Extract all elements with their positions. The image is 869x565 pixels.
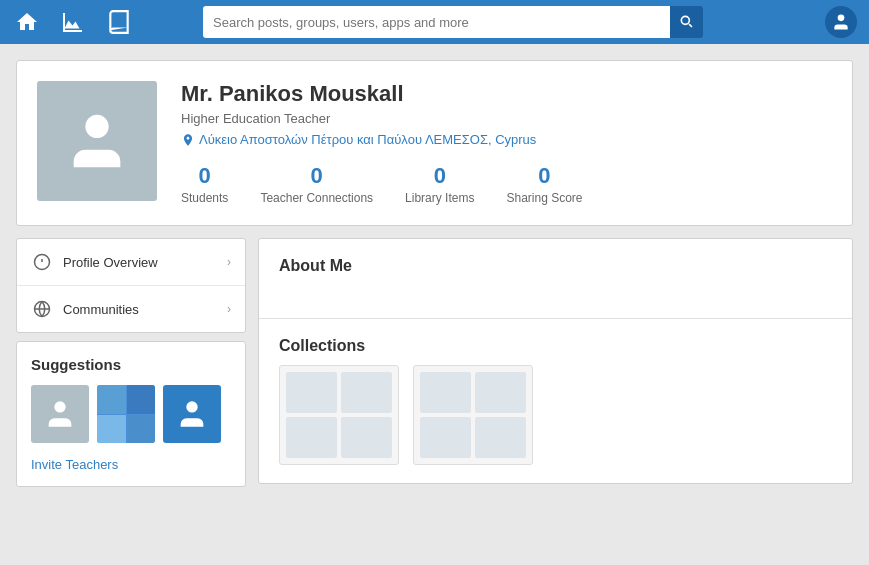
svg-point-5 (186, 401, 197, 412)
communities-icon (31, 298, 53, 320)
sharing-score-count: 0 (506, 163, 582, 189)
suggestions-title: Suggestions (31, 356, 231, 373)
main-content: About Me Collections (258, 238, 853, 484)
profile-name: Mr. Panikos Mouskall (181, 81, 832, 107)
activity-icon[interactable] (58, 7, 88, 37)
svg-point-4 (54, 401, 65, 412)
svg-point-0 (838, 15, 845, 22)
top-navigation (0, 0, 869, 44)
suggestion-avatar-1[interactable] (31, 385, 89, 443)
sidebar-menu: Profile Overview › Communities › (16, 238, 246, 333)
home-icon[interactable] (12, 7, 42, 37)
main-wrapper: Mr. Panikos Mouskall Higher Education Te… (0, 44, 869, 503)
sidebar-item-communities[interactable]: Communities › (17, 286, 245, 332)
collection-thumb-2 (341, 372, 392, 413)
collection-thumb-1 (286, 372, 337, 413)
about-me-section: About Me (259, 239, 852, 319)
nav-right (825, 6, 857, 38)
sidebar-suggestions: Suggestions (16, 341, 246, 487)
teacher-connections-count: 0 (260, 163, 373, 189)
photo-cell-1 (97, 385, 126, 414)
collection-thumb-8 (475, 417, 526, 458)
stat-sharing-score: 0 Sharing Score (506, 163, 582, 205)
profile-location: Λύκειο Αποστολών Πέτρου και Παύλου ΛΕΜΕΣ… (181, 132, 832, 147)
sidebar-item-label-communities: Communities (63, 302, 139, 317)
books-icon[interactable] (104, 7, 134, 37)
stat-teacher-connections: 0 Teacher Connections (260, 163, 373, 205)
teacher-connections-label: Teacher Connections (260, 191, 373, 205)
about-me-title: About Me (279, 257, 832, 275)
user-avatar-nav[interactable] (825, 6, 857, 38)
profile-avatar (37, 81, 157, 201)
sharing-score-label: Sharing Score (506, 191, 582, 205)
profile-stats: 0 Students 0 Teacher Connections 0 Libra… (181, 163, 832, 205)
suggestion-avatar-3[interactable] (163, 385, 221, 443)
collections-section: Collections (259, 319, 852, 483)
svg-point-1 (85, 115, 108, 138)
sidebar-item-label-profile: Profile Overview (63, 255, 158, 270)
collection-thumb-3 (286, 417, 337, 458)
collection-thumb-6 (475, 372, 526, 413)
sidebar-item-profile-overview[interactable]: Profile Overview › (17, 239, 245, 286)
collection-thumb-5 (420, 372, 471, 413)
students-label: Students (181, 191, 228, 205)
search-button[interactable] (670, 6, 703, 38)
suggestion-avatar-2[interactable] (97, 385, 155, 443)
profile-info: Mr. Panikos Mouskall Higher Education Te… (181, 81, 832, 205)
photo-collage (97, 385, 155, 443)
chevron-right-icon: › (227, 255, 231, 269)
profile-role: Higher Education Teacher (181, 111, 832, 126)
collections-grid (279, 365, 832, 465)
profile-overview-icon (31, 251, 53, 273)
photo-cell-4 (127, 415, 156, 444)
stat-students: 0 Students (181, 163, 228, 205)
collection-card-2[interactable] (413, 365, 533, 465)
library-items-count: 0 (405, 163, 474, 189)
profile-card: Mr. Panikos Mouskall Higher Education Te… (16, 60, 853, 226)
location-text: Λύκειο Αποστολών Πέτρου και Παύλου ΛΕΜΕΣ… (199, 132, 536, 147)
suggestions-avatars (31, 385, 231, 443)
library-items-label: Library Items (405, 191, 474, 205)
stat-library-items: 0 Library Items (405, 163, 474, 205)
search-input[interactable] (203, 6, 670, 38)
collection-card-1[interactable] (279, 365, 399, 465)
bottom-section: Profile Overview › Communities › Suggest… (16, 238, 853, 487)
photo-cell-3 (97, 415, 126, 444)
collection-thumb-7 (420, 417, 471, 458)
collection-thumb-4 (341, 417, 392, 458)
photo-cell-2 (127, 385, 156, 414)
collections-title: Collections (279, 337, 832, 355)
sidebar: Profile Overview › Communities › Suggest… (16, 238, 246, 487)
search-bar (203, 6, 703, 38)
students-count: 0 (181, 163, 228, 189)
chevron-right-icon-communities: › (227, 302, 231, 316)
invite-teachers-link[interactable]: Invite Teachers (31, 457, 231, 472)
